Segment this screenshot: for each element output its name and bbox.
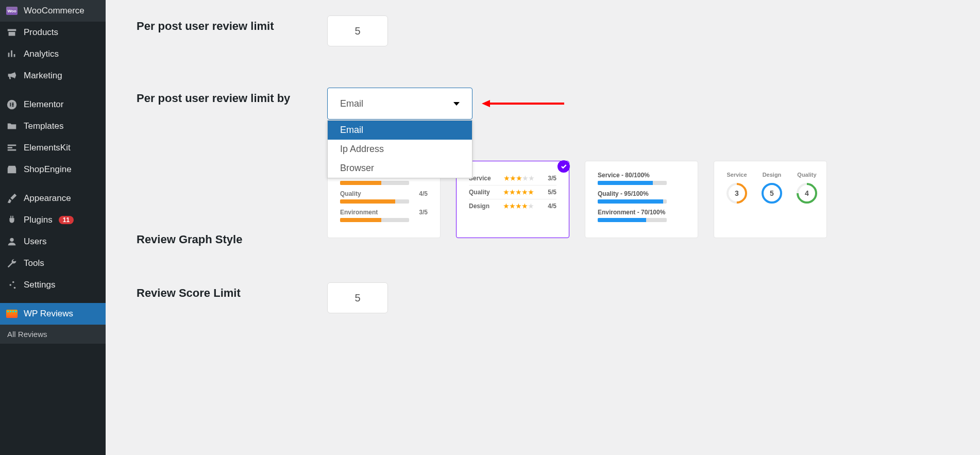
sidebar-item-label: Plugins bbox=[24, 215, 53, 225]
update-count-badge: 11 bbox=[59, 216, 74, 224]
brush-icon bbox=[6, 193, 18, 204]
sidebar-item-elementor[interactable]: Elementor bbox=[0, 94, 106, 115]
sidebar-item-elementskit[interactable]: ElementsKit bbox=[0, 137, 106, 159]
archive-icon bbox=[6, 27, 18, 38]
sidebar-item-tools[interactable]: Tools bbox=[0, 252, 106, 274]
check-icon bbox=[557, 160, 570, 173]
sidebar-item-label: ShopEngine bbox=[24, 164, 72, 175]
chart-bar-icon bbox=[6, 48, 18, 60]
dropdown-option-browser[interactable]: Browser bbox=[328, 159, 472, 178]
dropdown-option-email[interactable]: Email bbox=[328, 121, 472, 140]
score-limit-input[interactable] bbox=[327, 282, 388, 313]
annotation-arrow bbox=[482, 100, 564, 107]
user-icon bbox=[6, 236, 18, 247]
dropdown-option-ip[interactable]: Ip Address bbox=[328, 140, 472, 159]
field-label-score-limit: Review Score Limit bbox=[137, 282, 327, 300]
review-limit-by-dropdown: Email Ip Address Browser bbox=[327, 120, 472, 178]
svg-point-4 bbox=[14, 287, 16, 289]
sidebar-item-settings[interactable]: Settings bbox=[0, 274, 106, 296]
field-label-review-limit-by: Per post user review limit by bbox=[137, 88, 327, 105]
field-label-review-limit: Per post user review limit bbox=[137, 15, 327, 33]
sidebar-item-wp-reviews[interactable]: WP Reviews bbox=[0, 303, 106, 325]
sidebar-item-label: Elementor bbox=[24, 99, 63, 110]
sliders-icon bbox=[6, 279, 18, 291]
woocommerce-icon: Woo bbox=[6, 5, 18, 16]
sidebar-item-woocommerce[interactable]: Woo WooCommerce bbox=[0, 0, 106, 22]
elementskit-icon bbox=[6, 142, 18, 154]
sidebar-item-shopengine[interactable]: ShopEngine bbox=[0, 159, 106, 180]
shopengine-icon bbox=[6, 164, 18, 175]
svg-point-1 bbox=[10, 238, 13, 242]
wp-reviews-icon bbox=[6, 308, 18, 319]
svg-point-2 bbox=[12, 281, 14, 283]
svg-point-3 bbox=[9, 284, 11, 286]
plug-icon bbox=[6, 214, 18, 226]
megaphone-icon bbox=[6, 70, 18, 81]
admin-sidebar: Woo WooCommerce Products Analytics Marke… bbox=[0, 0, 106, 455]
sidebar-item-label: Settings bbox=[24, 280, 55, 290]
sidebar-item-label: Products bbox=[24, 27, 58, 38]
sidebar-item-label: Analytics bbox=[24, 49, 59, 59]
sidebar-item-label: WooCommerce bbox=[24, 6, 85, 16]
review-limit-by-select[interactable]: Email bbox=[327, 88, 472, 120]
graph-style-stars[interactable]: Service★★★★★3/5 Quality★★★★★5/5 Design★★… bbox=[456, 161, 569, 238]
chevron-down-icon bbox=[453, 102, 460, 106]
folder-icon bbox=[6, 121, 18, 132]
sidebar-item-analytics[interactable]: Analytics bbox=[0, 43, 106, 65]
review-limit-input[interactable] bbox=[327, 15, 388, 46]
elementor-icon bbox=[6, 99, 18, 110]
settings-panel: Per post user review limit Per post user… bbox=[106, 0, 980, 455]
sidebar-item-label: WP Reviews bbox=[24, 309, 73, 319]
wrench-icon bbox=[6, 258, 18, 269]
submenu-item-all-reviews[interactable]: All Reviews bbox=[0, 325, 106, 344]
sidebar-item-appearance[interactable]: Appearance bbox=[0, 188, 106, 209]
sidebar-item-label: Templates bbox=[24, 121, 63, 131]
sidebar-item-label: Appearance bbox=[24, 193, 71, 204]
sidebar-item-users[interactable]: Users bbox=[0, 231, 106, 252]
sidebar-item-marketing[interactable]: Marketing bbox=[0, 65, 106, 87]
select-value: Email bbox=[340, 98, 363, 109]
sidebar-item-label: ElementsKit bbox=[24, 143, 71, 153]
graph-style-circles[interactable]: Service3 Design5 Quality4 bbox=[714, 161, 827, 238]
sidebar-item-templates[interactable]: Templates bbox=[0, 115, 106, 137]
submenu-wp-reviews: All Reviews bbox=[0, 325, 106, 344]
field-label-graph-style: Review Graph Style bbox=[137, 161, 327, 246]
graph-style-bars-blue[interactable]: Service - 80/100% Quality - 95/100% Envi… bbox=[585, 161, 698, 238]
sidebar-item-label: Users bbox=[24, 237, 46, 247]
sidebar-item-products[interactable]: Products bbox=[0, 22, 106, 43]
sidebar-item-plugins[interactable]: Plugins 11 bbox=[0, 209, 106, 231]
sidebar-item-label: Marketing bbox=[24, 71, 62, 81]
sidebar-item-label: Tools bbox=[24, 258, 44, 268]
